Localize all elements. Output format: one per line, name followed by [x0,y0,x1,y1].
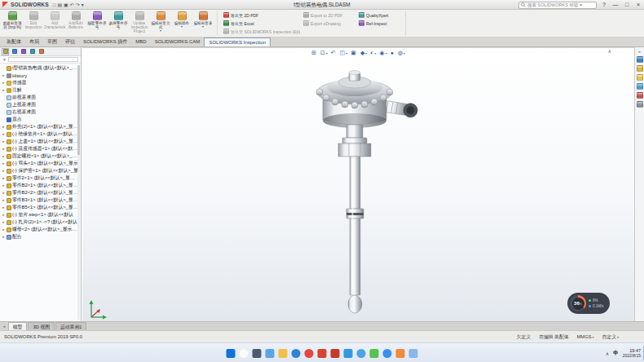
screen-recorder-button[interactable] [409,349,418,358]
search-caret-icon[interactable]: ▾ [580,2,582,7]
qq-button[interactable] [357,349,366,358]
solidworks-resources-icon[interactable] [637,56,643,63]
tree-item[interactable]: ▸ (-) 扎片(2)<1> ->? (默认<<默认 [0,219,81,226]
tree-item[interactable]: ▸ History [0,72,81,79]
hide-show-items-icon[interactable]: ◉ ▾ [380,49,387,57]
commandmanager-tab[interactable]: 装配体 [2,38,25,46]
filter-funnel-icon[interactable]: ▼ [2,57,7,62]
annotation-view-icon[interactable]: ▣ [351,49,357,57]
tree-item[interactable]: ▸ 螺母<2> (默认<<默认>_显示状态 [0,226,81,233]
tree-item[interactable]: ▸ 零件B2<2> (默认<<默认>_显示状 [0,189,81,196]
view-orientation-icon[interactable]: ◆ ▾ [360,49,367,57]
save-icon[interactable]: ▣ [64,1,68,9]
minimize-button[interactable]: — [611,1,620,9]
tree-item[interactable]: ▸ 零件B2<1> (默认<<默认>_显示状 [0,182,81,189]
custom-properties-icon[interactable] [637,101,643,108]
commandmanager-tab[interactable]: 草图 [43,38,61,46]
tree-item[interactable]: 前视基准面 [0,94,81,101]
help-button[interactable]: ? [600,1,608,9]
featuremanager-tab[interactable] [2,48,9,55]
expand-arrow-icon[interactable]: ▸ [2,176,6,180]
tree-item[interactable]: ▸ (-) 绝缘垫片<1> (默认<<默认>_显 [0,130,81,138]
model-tab[interactable]: 3D 视图 [28,322,55,330]
panel-scrollbar[interactable] [77,65,80,320]
add-edit-balloons-button[interactable]: Add/Edit Balloons [65,11,86,37]
undo-icon[interactable]: ↶ [70,1,74,9]
tree-item[interactable]: ▸ (-) 温度传感器<1> (默认<<默认> [0,145,81,152]
new-file-icon[interactable]: □ [53,1,56,9]
3d-model-thermocouple[interactable] [308,69,430,319]
edit-appearance-icon[interactable]: ● [390,49,395,57]
solidworks-button[interactable] [331,349,340,358]
search-button[interactable] [240,349,249,358]
dimxpertmanager-tab[interactable] [29,48,36,55]
expand-arrow-icon[interactable]: ▸ [2,161,6,166]
widgets-button[interactable] [266,349,275,358]
wechat-button[interactable] [370,349,379,358]
update-inspection-project-button[interactable]: Update Inspection Project [129,11,150,37]
status-units-selector[interactable]: MMGS▾ [577,334,594,339]
edit-inspection-sheet-button[interactable]: 编辑检查表 ▾ [192,11,214,37]
expand-arrow-icon[interactable]: ▸ [2,191,6,195]
display-style-icon[interactable]: ◐ ▾ [370,49,376,57]
commandmanager-tab[interactable]: SOLIDWORKS 插件 [79,38,131,46]
tree-item[interactable]: 上视基准面 [0,101,81,108]
panel-scrollbar-thumb[interactable] [77,65,80,155]
maximize-button[interactable]: □ [623,1,631,9]
previous-view-icon[interactable]: ↶ [331,49,337,57]
status-custom-selector[interactable]: 自定义▾ [602,333,619,341]
expand-arrow-icon[interactable]: ▸ [2,125,6,129]
expand-arrow-icon[interactable]: ▸ [2,132,6,136]
export-2d-pdf-button[interactable]: 导出至 2D PDF [223,11,301,19]
appearances-scenes-icon[interactable] [637,92,643,99]
tree-item[interactable]: ▸ 配合 [0,233,81,241]
ime-indicator[interactable]: 中 [613,350,619,357]
expand-arrow-icon[interactable]: ▸ [2,147,6,151]
close-button[interactable]: × [634,1,642,9]
tree-item[interactable]: t型铠装热电偶 (默认<默认>_显示状态-1) [0,64,81,72]
open-file-icon[interactable]: ▤ [57,1,62,9]
expand-arrow-icon[interactable]: ▸ [2,183,6,188]
tree-item[interactable]: ▸ 注解 [0,86,81,94]
expand-arrow-icon[interactable]: ▸ [2,81,6,85]
section-view-icon[interactable]: ◫ ▾ [340,49,348,57]
displaymanager-tab[interactable] [37,48,45,55]
graphics-viewport[interactable]: ⊞ ⊡ ▾ ↶ ◫ ▾ ▣ ◆ [82,47,634,321]
export-to-2d-pdf-button[interactable]: Export to 2D PDF [303,11,342,19]
qualityxpert-button[interactable]: QualityXpert [359,11,389,19]
task-pane-collapse-button[interactable]: « [638,49,641,54]
tree-item[interactable]: ▸ (-) 垫片.step<1> (默认<<默认 [0,211,81,219]
file-explorer-button[interactable] [279,349,288,358]
collapse-ribbon-arrow[interactable]: ∧ [608,48,611,54]
remove-balloons-button[interactable]: 移除零件序号 [86,11,108,37]
file-explorer-icon[interactable] [637,74,643,81]
new-inspection-project-button[interactable]: 新建检查项目 (imp.%) [2,11,23,37]
taskbar-clock[interactable]: 19:47 2022/8/15 [623,348,641,358]
tree-item[interactable]: ▸ 外壳(2)<1> (默认<<默认>_显示状态 [0,123,81,130]
edit-inspection-button[interactable]: Edit Inspection [23,11,44,37]
expand-arrow-icon[interactable]: ▸ [2,213,6,217]
propertymanager-tab[interactable] [11,48,18,55]
expand-arrow-icon[interactable]: ▸ [2,227,6,232]
model-tab[interactable]: 模型 [8,322,28,330]
view-palette-icon[interactable] [637,83,643,90]
commandmanager-tab[interactable]: 评估 [61,38,79,46]
expand-arrow-icon[interactable]: ▸ [2,154,6,158]
edit-inspection-method-button[interactable]: 编辑检查方式 ▾ [150,11,171,37]
expand-arrow-icon[interactable]: ▸ [2,235,6,239]
options-caret-icon[interactable]: ▾ [82,1,84,9]
design-library-icon[interactable] [637,65,643,72]
configurationmanager-tab[interactable] [20,48,27,55]
tree-item[interactable]: ▸ (-) 上盖<1> (默认<<默认>_显示状 [0,138,81,145]
commandmanager-tab[interactable]: SOLIDWORKS CAM [151,38,205,46]
search-input[interactable]: 搜索 SOLIDWORKS 帮助 ▾ [518,2,597,9]
tree-item[interactable]: ▸ 传感器 [0,79,81,86]
commandmanager-tab[interactable]: 布局 [25,38,43,46]
vscode-button[interactable] [344,349,353,358]
tree-item[interactable]: ▸ 零件2<1> (默认<<默认>_显示状态 [0,174,81,182]
hidden-icons-chevron[interactable]: ∧ [606,351,609,356]
tree-item[interactable]: ▸ 零件B5<1> (默认<<默认>_显示状 [0,204,81,211]
tree-item[interactable]: ▸ 固定螺栓<1> (默认<<默认>_显示状 [0,152,81,160]
export-inspection-project-button[interactable]: 导出至 SOLIDWORKS Inspection 项目 [223,28,301,35]
apply-scene-icon[interactable]: ◍ ▾ [398,49,405,57]
